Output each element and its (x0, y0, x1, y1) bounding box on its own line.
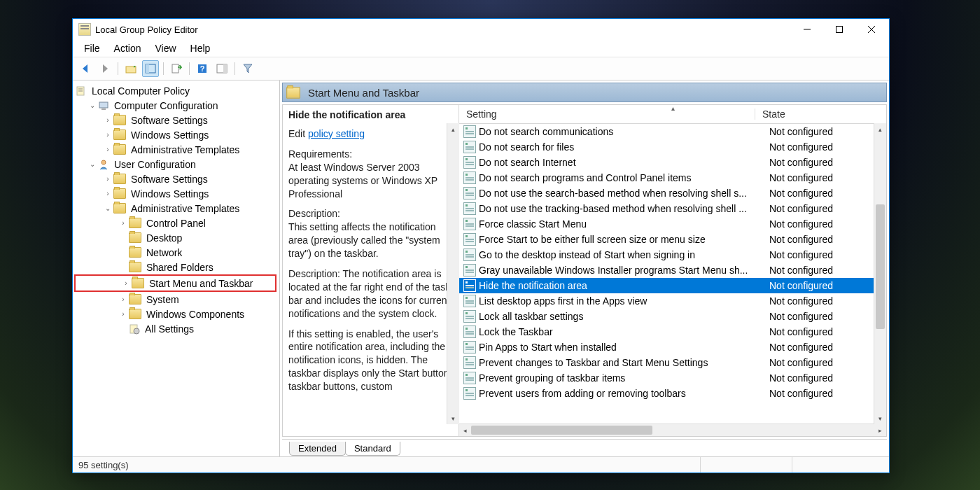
tab-standard[interactable]: Standard (345, 442, 400, 456)
tree-item[interactable]: ›Windows Settings (73, 186, 279, 201)
list-row[interactable]: Do not search communicationsNot configur… (459, 124, 886, 139)
scrollbar-thumb[interactable] (876, 204, 885, 329)
tree-item[interactable]: ›Windows Components (73, 307, 279, 321)
expander-icon[interactable]: › (119, 310, 127, 318)
back-button[interactable] (77, 60, 94, 77)
setting-name: Do not use the search-based method when … (479, 188, 764, 199)
list-row[interactable]: Lock the TaskbarNot configured (459, 324, 886, 340)
tree-root[interactable]: Local Computer Policy (73, 83, 279, 98)
scroll-right-icon[interactable]: ▸ (874, 424, 886, 436)
scrollbar-thumb[interactable] (471, 426, 652, 435)
list-row[interactable]: List desktop apps first in the Apps view… (459, 293, 886, 309)
list-header[interactable]: ▴ Setting State (459, 105, 886, 124)
tree-pane[interactable]: Local Computer Policy ⌄Computer Configur… (73, 80, 280, 456)
expander-icon[interactable]: › (104, 116, 112, 125)
tab-extended[interactable]: Extended (289, 442, 346, 456)
tree-item-label: Administrative Templates (129, 202, 241, 215)
setting-icon (463, 248, 476, 261)
list-row[interactable]: Pin Apps to Start when installedNot conf… (459, 340, 886, 355)
expander-icon[interactable]: › (104, 131, 112, 139)
list-row[interactable]: Do not search InternetNot configured (459, 155, 886, 170)
policy-icon (76, 85, 87, 97)
expander-icon[interactable]: ⌄ (104, 204, 112, 213)
list-row[interactable]: Prevent users from adding or removing to… (459, 386, 886, 401)
tree-item[interactable]: ⌄Computer Configuration (73, 98, 279, 113)
setting-icon (463, 295, 476, 307)
list-row[interactable]: Do not search programs and Control Panel… (459, 170, 886, 186)
tree-item[interactable]: Network (73, 245, 279, 260)
expander-icon[interactable]: › (122, 279, 130, 288)
list-row[interactable]: Force Start to be either full screen siz… (459, 232, 886, 247)
svg-rect-4 (126, 66, 136, 73)
expander-icon[interactable]: › (104, 190, 112, 198)
edit-policy-link[interactable]: policy setting (308, 128, 365, 139)
tree-item[interactable]: All Settings (73, 321, 279, 336)
list-row[interactable]: Lock all taskbar settingsNot configured (459, 309, 886, 324)
scroll-up-icon[interactable]: ▴ (447, 123, 459, 135)
expander-icon[interactable] (119, 248, 127, 257)
scroll-down-icon[interactable]: ▾ (447, 412, 459, 424)
tree-item[interactable]: ›Start Menu and Taskbar (74, 274, 276, 292)
minimize-button[interactable] (791, 19, 823, 40)
close-button[interactable] (855, 19, 888, 40)
expander-icon[interactable]: › (104, 175, 112, 183)
action-pane-button[interactable] (214, 60, 230, 77)
list-row[interactable]: Prevent changes to Taskbar and Start Men… (459, 355, 886, 370)
list-vertical-scrollbar[interactable]: ▴ ▾ (874, 123, 886, 424)
show-hide-tree-button[interactable] (142, 60, 159, 77)
list-row[interactable]: Go to the desktop instead of Start when … (459, 247, 886, 262)
menu-action[interactable]: Action (107, 41, 148, 55)
list-row[interactable]: Do not use the tracking-based method whe… (459, 201, 886, 216)
menu-view[interactable]: View (148, 41, 183, 55)
horizontal-scrollbar[interactable]: ◂ ▸ (459, 424, 886, 436)
tree-item-label: Windows Components (144, 308, 246, 321)
list-row[interactable]: Do not use the search-based method when … (459, 186, 886, 201)
tree-item[interactable]: ⌄User Configuration (73, 157, 279, 172)
setting-icon (463, 356, 476, 369)
expander-icon[interactable]: ⌄ (88, 102, 97, 110)
setting-state: Not configured (764, 295, 874, 307)
scroll-up-icon[interactable]: ▴ (874, 123, 886, 135)
list-row[interactable]: Gray unavailable Windows Installer progr… (459, 262, 886, 278)
expander-icon[interactable]: › (119, 295, 127, 304)
expander-icon[interactable] (119, 263, 127, 272)
help-button[interactable]: ? (194, 60, 211, 77)
tree-item[interactable]: ⌄Administrative Templates (73, 201, 279, 216)
tree-item[interactable]: ›Administrative Templates (73, 142, 279, 157)
column-state[interactable]: State (755, 108, 874, 120)
info-vertical-scrollbar[interactable]: ▴ ▾ (447, 123, 459, 424)
setting-icon (463, 341, 476, 354)
expander-icon[interactable]: › (104, 146, 112, 154)
forward-button[interactable] (97, 60, 113, 77)
column-setting[interactable]: Setting (459, 108, 755, 120)
tree-item[interactable]: ›Software Settings (73, 113, 279, 127)
tree-item[interactable]: ›System (73, 292, 279, 307)
tree-item[interactable]: ›Software Settings (73, 172, 279, 186)
svg-point-17 (102, 160, 106, 164)
tree-item[interactable]: ›Windows Settings (73, 127, 279, 142)
maximize-button[interactable] (823, 19, 855, 40)
up-button[interactable] (122, 60, 139, 77)
selected-setting-heading: Hide the notification area (288, 109, 453, 120)
menu-file[interactable]: File (77, 41, 107, 55)
tree-item[interactable]: Desktop (73, 230, 279, 245)
list-row[interactable]: Do not search for filesNot configured (459, 139, 886, 155)
expander-icon[interactable] (119, 325, 127, 333)
list-row[interactable]: Hide the notification areaNot configured (459, 278, 886, 293)
svg-rect-16 (102, 108, 106, 110)
list-row[interactable]: Force classic Start MenuNot configured (459, 216, 886, 232)
scroll-left-icon[interactable]: ◂ (459, 424, 471, 436)
expander-icon[interactable] (119, 234, 127, 242)
export-button[interactable] (168, 60, 185, 77)
list-row[interactable]: Prevent grouping of taskbar itemsNot con… (459, 370, 886, 386)
menu-help[interactable]: Help (183, 41, 218, 55)
expander-icon[interactable]: ⌄ (88, 160, 97, 169)
expander-icon[interactable]: › (119, 219, 127, 227)
svg-rect-6 (146, 64, 149, 73)
svg-rect-15 (99, 102, 108, 108)
toolbar-separator (189, 62, 190, 75)
scroll-down-icon[interactable]: ▾ (874, 412, 886, 424)
tree-item[interactable]: ›Control Panel (73, 216, 279, 230)
tree-item[interactable]: Shared Folders (73, 260, 279, 274)
filter-button[interactable] (239, 60, 256, 77)
